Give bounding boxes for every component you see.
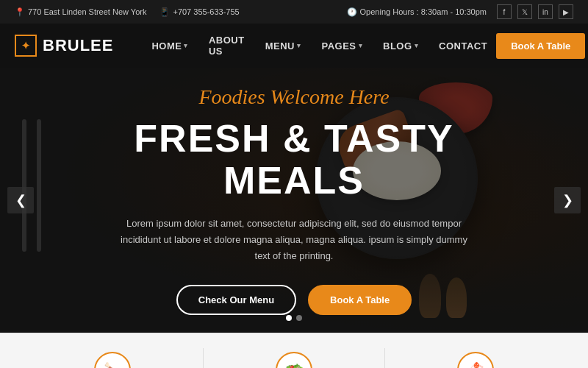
nav-about-label: ABOUT US <box>209 35 245 57</box>
nav-home[interactable]: HOME ▾ <box>143 35 197 57</box>
phone-text: +707 355-633-755 <box>173 7 239 16</box>
logo-text: BRULEE <box>43 36 113 55</box>
clock-icon: 🕐 <box>347 7 357 17</box>
book-table-button[interactable]: Book A Table <box>496 33 585 59</box>
nav-menu[interactable]: MENU ▾ <box>257 35 310 57</box>
logo-icon: ✦ <box>15 35 37 57</box>
feature-salad: 🥗 <box>204 352 384 369</box>
facebook-icon[interactable]: f <box>497 4 512 19</box>
nav-pages-label: PAGES <box>321 40 356 52</box>
chicken-icon-circle: 🍗 <box>94 352 131 369</box>
nav-about[interactable]: ABOUT US <box>200 29 254 63</box>
hours-text: Opening Hours : 8:30am - 10:30pm <box>360 7 487 16</box>
chevron-down-icon: ▾ <box>359 42 363 49</box>
book-table-hero-button[interactable]: Book A Table <box>308 285 412 315</box>
twitter-icon[interactable]: 𝕏 <box>517 4 532 19</box>
nav-contact-label: CONTACT <box>439 40 487 52</box>
hero-section: ❮ ❯ Foodies Welcome Here FRESH & TASTY M… <box>0 68 588 333</box>
nav-blog-label: BLOG <box>383 40 412 52</box>
social-icons: f 𝕏 in ▶ <box>497 4 573 19</box>
carousel-dot-1[interactable] <box>286 315 292 321</box>
chevron-down-icon: ▾ <box>297 42 301 49</box>
nav-home-label: HOME <box>151 40 182 52</box>
chevron-down-icon: ▾ <box>415 42 419 49</box>
address-info: 📍 770 East Linden Street New York <box>15 7 146 17</box>
chicken-icon: 🍗 <box>104 361 122 369</box>
nav-menu-label: MENU <box>265 40 295 52</box>
dessert-icon: 🍰 <box>467 361 485 369</box>
feature-dessert: 🍰 <box>385 352 566 369</box>
hours-info: 🕐 Opening Hours : 8:30am - 10:30pm <box>347 7 487 17</box>
youtube-icon[interactable]: ▶ <box>559 4 573 19</box>
salad-icon-circle: 🥗 <box>276 352 312 369</box>
carousel-dot-2[interactable] <box>296 315 302 321</box>
chevron-down-icon: ▾ <box>184 42 188 49</box>
hero-buttons: Check Our Menu Book A Table <box>88 285 500 315</box>
hero-content: Foodies Welcome Here FRESH & TASTY MEALS… <box>74 85 514 315</box>
carousel-prev-button[interactable]: ❮ <box>7 187 34 213</box>
check-menu-button[interactable]: Check Our Menu <box>176 285 296 315</box>
phone-icon: 📱 <box>159 7 170 17</box>
location-icon: 📍 <box>15 7 25 17</box>
dessert-icon-circle: 🍰 <box>457 352 494 369</box>
carousel-next-button[interactable]: ❯ <box>554 187 581 213</box>
nav-pages[interactable]: PAGES ▾ <box>312 35 371 57</box>
logo[interactable]: ✦ BRULEE <box>15 35 113 57</box>
carousel-dots <box>286 315 302 321</box>
features-section: 🍗 🥗 🍰 <box>0 333 588 368</box>
linkedin-icon[interactable]: in <box>538 4 553 19</box>
nav-blog[interactable]: BLOG ▾ <box>374 35 427 57</box>
nav-contact[interactable]: CONTACT <box>430 35 496 57</box>
nav-links: HOME ▾ ABOUT US MENU ▾ PAGES ▾ BLOG ▾ CO… <box>143 29 496 63</box>
top-bar-left: 📍 770 East Linden Street New York 📱 +707… <box>15 7 240 17</box>
navbar: ✦ BRULEE HOME ▾ ABOUT US MENU ▾ PAGES ▾ … <box>0 24 588 68</box>
top-bar: 📍 770 East Linden Street New York 📱 +707… <box>0 0 588 24</box>
address-text: 770 East Linden Street New York <box>28 7 146 16</box>
top-bar-right: 🕐 Opening Hours : 8:30am - 10:30pm f 𝕏 i… <box>347 4 573 19</box>
feature-chicken: 🍗 <box>22 352 203 369</box>
salad-icon: 🥗 <box>285 361 304 369</box>
hero-description: Lorem ipsum dolor sit amet, consectetur … <box>118 216 470 264</box>
phone-info: 📱 +707 355-633-755 <box>159 7 239 17</box>
hero-title: FRESH & TASTY MEALS <box>88 118 500 202</box>
hero-subtitle: Foodies Welcome Here <box>88 85 500 109</box>
